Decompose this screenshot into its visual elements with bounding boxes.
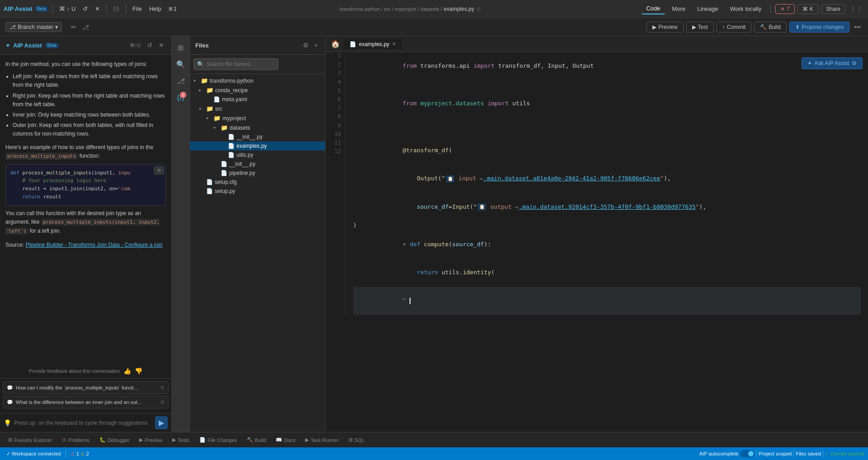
explorer-sidebar-icon[interactable]: ⊞ — [174, 40, 187, 56]
commit-button[interactable]: ↑ Commit — [717, 22, 751, 33]
ask-aip-button[interactable]: ✦ Ask AIP Assist ⚙ — [802, 57, 863, 69]
code-panel-toggle[interactable]: ⟨/⟩ — [110, 4, 122, 14]
more-options-button[interactable]: ⋮⋮ — [848, 4, 864, 14]
search-sidebar-icon[interactable]: 🔍 — [173, 56, 189, 72]
build-button[interactable]: 🔨 Build — [754, 22, 787, 33]
nav-sep-3 — [126, 5, 126, 14]
file-add-button[interactable]: + — [312, 40, 320, 51]
source-link[interactable]: Pipeline Builder - Transforms Join Data … — [26, 242, 163, 248]
git-sidebar-icon[interactable]: ⎇ — [173, 73, 189, 89]
more-second-nav-button[interactable]: ••• — [852, 22, 863, 33]
send-button[interactable]: ▶ — [155, 416, 168, 429]
tree-file-utils-py[interactable]: 📄 utils.py — [190, 150, 325, 160]
line-num-9: 9 — [326, 122, 341, 130]
suggestions-panel: 💬 How can I modify the `process_multiple… — [0, 378, 171, 413]
tree-file-init-datasets[interactable]: 📄 __init__.py — [190, 132, 325, 141]
tree-file-setup-cfg[interactable]: 📄 setup.cfg — [190, 178, 325, 187]
tab-task-runner[interactable]: ▶ Task Runner — [301, 435, 343, 445]
editor-content[interactable]: 1 2 3 4 5 6 7 8 9 10 11 12 — [326, 52, 868, 315]
shortcut-display[interactable]: ⌘ ↑ U — [57, 4, 78, 14]
home-tab[interactable]: 🏠 — [327, 38, 344, 50]
search-wrap: 🔍 — [193, 58, 321, 70]
tab-sql[interactable]: ⊞ SQL — [344, 435, 369, 445]
chevron-down-icon: ▾ — [55, 24, 58, 30]
file-tree: ▾ 📁 transforms-python ▸ 📁 conda_recipe 📄… — [190, 74, 325, 432]
tree-folder-datasets[interactable]: ▾ 📁 datasets — [190, 123, 325, 132]
tab-foundry-explorer[interactable]: ⊞ Foundry Explorer — [4, 435, 57, 445]
aip-refresh-button[interactable]: ↺ — [145, 40, 154, 51]
foundry-icon: ⊞ — [8, 437, 12, 443]
help-menu[interactable]: Help — [146, 4, 164, 14]
aip-shortcut-display[interactable]: ⌘↑U — [128, 40, 142, 51]
propose-button[interactable]: ⬆ Propose changes — [789, 22, 849, 33]
sql-icon: ⊞ — [349, 437, 353, 443]
thumbs-up-button[interactable]: 👍 — [123, 367, 131, 375]
tab-preview[interactable]: ▶ Preview — [135, 435, 167, 445]
share-button[interactable]: Share — [821, 4, 845, 14]
branch-selector[interactable]: ⎇ Branch master ▾ — [5, 22, 62, 32]
nav-sep-4 — [770, 5, 771, 14]
aip-close-button[interactable]: ✕ — [157, 40, 166, 51]
tab-file-changes[interactable]: 📄 File Changes — [195, 435, 241, 445]
tree-folder-src[interactable]: ▾ 📁 src — [190, 104, 325, 113]
workspace-count[interactable]: ⊞ 1 — [166, 4, 179, 14]
file-panel-header: Files ⚙ + — [190, 36, 325, 55]
error-warning-count[interactable]: ⚠ 1 ⚠ 2 — [68, 451, 92, 457]
tab-build[interactable]: 🔨 Build — [242, 435, 270, 445]
problems-icon: ⚠ — [62, 437, 66, 443]
suggestion-1[interactable]: 💬 How can I modify the `process_multiple… — [3, 381, 169, 394]
tree-folder-transforms-python[interactable]: ▾ 📁 transforms-python — [190, 76, 325, 85]
tab-tests[interactable]: ▶ Tests — [168, 435, 194, 445]
tree-file-pipeline-py[interactable]: 📄 pipeline.py — [190, 169, 325, 178]
tab-more[interactable]: More — [668, 4, 690, 14]
list-item: Left join: Keep all rows from the left t… — [13, 72, 166, 89]
star-icon[interactable]: ☆ — [476, 5, 481, 12]
tab-lineage[interactable]: Lineage — [693, 4, 722, 14]
file-search-input[interactable] — [193, 58, 278, 70]
folder-icon: 📁 — [213, 115, 221, 122]
tab-problems[interactable]: ⚠ Problems — [57, 435, 94, 445]
close-panel-button[interactable]: ✕ — [92, 4, 103, 14]
tree-folder-myproject[interactable]: ▾ 📁 myproject — [190, 113, 325, 123]
tree-file-setup-py[interactable]: 📄 setup.py — [190, 187, 325, 196]
edit-pencil-button[interactable]: ✏ — [69, 22, 78, 33]
tab-debugger[interactable]: 🐛 Debugger — [95, 435, 134, 445]
top-nav: AIP Assist Beta ⌘ ↑ U ↺ ✕ ⟨/⟩ File Help … — [0, 0, 868, 18]
tab-worklocally[interactable]: Work locally — [725, 4, 766, 14]
suggestion-close-1[interactable]: ✕ — [160, 385, 165, 391]
aip-body: In the join method, you can use the foll… — [0, 55, 171, 364]
autocomplete-toggle[interactable] — [740, 450, 755, 457]
file-settings-button[interactable]: ⚙ — [301, 40, 311, 51]
tab-docs[interactable]: 📖 Docs — [271, 435, 300, 445]
error-count-button[interactable]: ✕ 7 — [775, 4, 795, 14]
suggestion-close-2[interactable]: ✕ — [160, 399, 165, 405]
copy-code-button[interactable]: ⧉ — [154, 166, 164, 174]
line-num-3: 3 — [326, 69, 341, 78]
status-bar: ✓ Workspace connected ⚠ 1 ⚠ 2 AIP autoco… — [0, 447, 868, 460]
tree-file-init-myproject[interactable]: 📄 __init__.py — [190, 160, 325, 169]
git-icon-button[interactable]: ⎇ — [80, 22, 91, 33]
tab-close-button[interactable]: ✕ — [392, 41, 396, 47]
file-menu[interactable]: File — [130, 4, 145, 14]
preview-button[interactable]: ▶ Preview — [646, 22, 684, 33]
yaml-file-icon: 📄 — [213, 96, 220, 103]
tree-folder-conda-recipe[interactable]: ▸ 📁 conda_recipe — [190, 85, 325, 95]
thumbs-down-button[interactable]: 👎 — [135, 367, 142, 375]
tree-file-examples-py[interactable]: 📄 examples.py ••• — [190, 141, 325, 150]
tree-file-meta-yaml[interactable]: 📄 meta.yaml — [190, 95, 325, 104]
tab-code[interactable]: Code — [642, 3, 665, 14]
tree-item-label: examples.py — [236, 143, 267, 149]
connected-label: Workspace connected — [12, 451, 61, 456]
workspace-connected[interactable]: ✓ Workspace connected — [4, 451, 64, 457]
suggestion-icon: 💬 — [7, 385, 13, 391]
chat-input[interactable] — [14, 420, 152, 426]
notification-badge: 1 — [180, 92, 186, 98]
test-button[interactable]: ▶ Test — [686, 22, 714, 33]
refresh-button[interactable]: ↺ — [80, 4, 90, 14]
tests-icon: ▶ — [172, 437, 176, 443]
autocomplete-label: AIP autocomplete — [699, 451, 739, 456]
k-shortcut-button[interactable]: ⌘ K — [797, 4, 818, 14]
suggestion-2[interactable]: 💬 What is the difference between an inne… — [3, 396, 169, 408]
code-sidebar-icon[interactable]: ⟨/⟩ 1 — [173, 90, 188, 106]
editor-tab-examples-py[interactable]: 📄 examples.py ✕ — [344, 39, 402, 49]
